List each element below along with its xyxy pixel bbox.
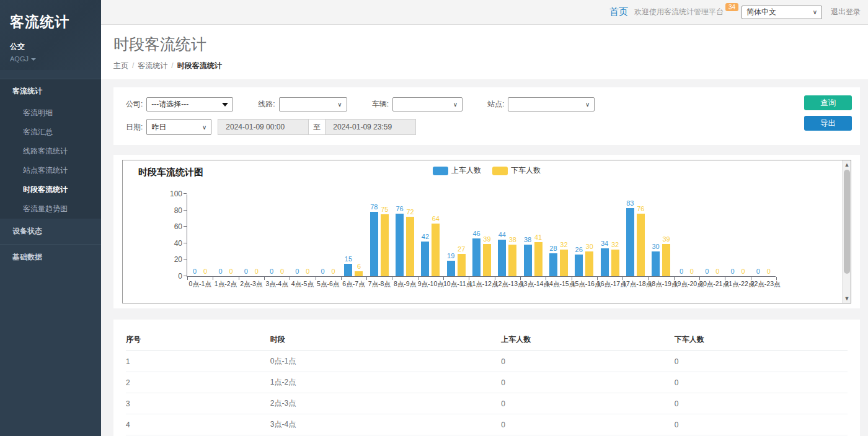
breadcrumb-item[interactable]: 主页 [113,61,128,70]
bar [498,240,506,276]
line-select[interactable]: ∨ [279,97,347,111]
home-link[interactable]: 首页 [609,6,628,18]
content-wrapper: 公司: ---请选择--- 线路: ∨ 车辆: ∨ [101,79,868,436]
topbar: 首页 欢迎使用客流统计管理平台 34 简体中文∨ 退出登录 [101,0,868,25]
sidebar-subitem[interactable]: 客流明细 [0,103,101,123]
table-cell: 0点-1点 [270,351,501,372]
page-heading: 时段客流统计 主页/客流统计/时段客流统计 [101,25,868,79]
bar-value-label: 39 [657,235,676,243]
sidebar-subitem[interactable]: 客流量趋势图 [0,199,101,219]
sidebar-subitem[interactable]: 时段客流统计 [0,180,101,199]
bar [483,244,491,276]
table-cell: 0 [675,414,848,435]
sidebar-subitem[interactable]: 客流汇总 [0,123,101,142]
date-to-input[interactable]: 2024-01-09 23:59 [326,119,416,135]
vehicle-filter: 车辆: ∨ [372,97,463,111]
main-area: 首页 欢迎使用客流统计管理平台 34 简体中文∨ 退出登录 时段客流统计 主页/… [101,0,868,436]
bar [370,212,378,276]
vehicle-select[interactable]: ∨ [392,97,463,111]
table-cell: 0 [501,393,674,414]
chevron-down-icon [31,58,36,61]
company-label: 公司: [126,99,143,110]
bar [585,251,593,276]
sidebar: 客流统计 公交 AQGJ 客流统计 客流明细客流汇总线路客流统计站点客流统计时段… [0,0,101,436]
bar [432,224,440,276]
breadcrumb: 主页/客流统计/时段客流统计 [113,61,856,71]
legend-item[interactable]: 下车人数 [492,165,541,176]
y-axis-tick [184,210,187,211]
table-column-header: 时段 [270,328,501,351]
nav-section-passenger-stats: 客流统计 客流明细客流汇总线路客流统计站点客流统计时段客流统计客流量趋势图 [0,79,101,219]
sidebar-subitem[interactable]: 站点客流统计 [0,161,101,180]
time-period-table: 序号时段上车人数下车人数 10点-1点0021点-2点0032点-3点0043点… [126,328,848,436]
filter-panel: 公司: ---请选择--- 线路: ∨ 车辆: ∨ [113,87,860,145]
x-axis-category-label: 1点-2点 [213,280,238,289]
legend-swatch [492,167,508,175]
x-axis-category-label: 15点-16点 [572,280,597,289]
table-cell: 0 [675,372,848,393]
table-header-row: 序号时段上车人数下车人数 [126,328,848,351]
x-axis-category-label: 3点-4点 [264,280,290,289]
sidebar-item-passenger-stats[interactable]: 客流统计 [0,79,101,103]
y-axis-tick [184,193,187,194]
chart-panel: 时段车流统计图 上车人数下车人数 020406080100000点-1点001点… [113,155,860,308]
logout-link[interactable]: 退出登录 [831,7,861,17]
bar [508,245,516,276]
filter-row-2: 日期: 昨日∨ 2024-01-09 00:00 至 2024-01-09 23… [126,119,852,135]
bar-group: 001点-2点 [213,194,238,276]
query-button[interactable]: 查询 [804,95,852,110]
breadcrumb-separator: / [171,61,173,70]
bar-group: 0019点-20点 [674,194,699,276]
chevron-down-icon: ∨ [202,124,206,131]
chevron-down-icon: ∨ [585,101,590,108]
y-axis-tick-label: 20 [157,255,182,264]
breadcrumb-item: 时段客流统计 [177,61,222,70]
sidebar-nav: 客流统计 客流明细客流汇总线路客流统计站点客流统计时段客流统计客流量趋势图 设备… [0,79,101,270]
breadcrumb-item[interactable]: 客流统计 [138,61,167,70]
bar-group: 303918点-19点 [648,194,673,276]
y-axis-tick [184,226,187,227]
scroll-up-icon[interactable]: ▲ [843,160,851,169]
x-axis-category-label: 6点-7点 [341,280,366,289]
x-axis-category-label: 9点-10点 [418,280,443,289]
station-filter: 站点: ∨ [487,97,595,111]
bar-group: 1566点-7点 [341,194,366,276]
date-to-separator: 至 [308,119,326,135]
station-select[interactable]: ∨ [508,97,595,111]
bar-group: 002点-3点 [239,194,264,276]
bar [611,250,619,276]
table-row: 21点-2点00 [126,372,848,393]
bar-group: 003点-4点 [264,194,290,276]
table-column-header: 上车人数 [501,328,674,351]
chart-legend: 上车人数下车人数 [433,165,541,176]
bar-group: 343216点-17点 [597,194,622,276]
legend-item[interactable]: 上车人数 [433,165,481,176]
x-axis-category-label: 2点-3点 [239,280,264,289]
y-axis-tick-label: 40 [157,239,182,248]
x-axis-category-label: 21点-22点 [725,280,750,289]
bar [524,245,532,276]
scroll-down-icon[interactable]: ▼ [843,294,851,303]
sidebar-item[interactable]: 设备状态 [0,219,101,244]
company-select[interactable]: ---请选择--- [146,97,233,111]
bar [575,255,583,276]
org-code-dropdown[interactable]: AQGJ [10,55,92,63]
x-axis-category-label: 22点-23点 [751,280,776,289]
bar-group: 837617点-18点 [622,194,648,276]
date-from-input[interactable]: 2024-01-09 00:00 [218,119,308,135]
bar-value-label: 27 [452,245,471,253]
company-filter: 公司: ---请选择--- [126,97,233,111]
bar [381,214,389,276]
table-cell: 1 [126,351,270,372]
y-axis-tick-label: 60 [157,222,182,231]
scrollbar-thumb[interactable] [844,170,850,274]
sidebar-subitem[interactable]: 线路客流统计 [0,142,101,161]
chart-vertical-scrollbar[interactable]: ▲ ▼ [842,160,851,303]
bar [662,244,670,276]
sidebar-item[interactable]: 基础数据 [0,244,101,270]
export-button[interactable]: 导出 [804,116,852,131]
legend-label: 上车人数 [451,165,481,176]
language-select[interactable]: 简体中文∨ [742,6,822,19]
bar-group: 0021点-22点 [725,194,750,276]
date-preset-select[interactable]: 昨日∨ [146,119,211,135]
